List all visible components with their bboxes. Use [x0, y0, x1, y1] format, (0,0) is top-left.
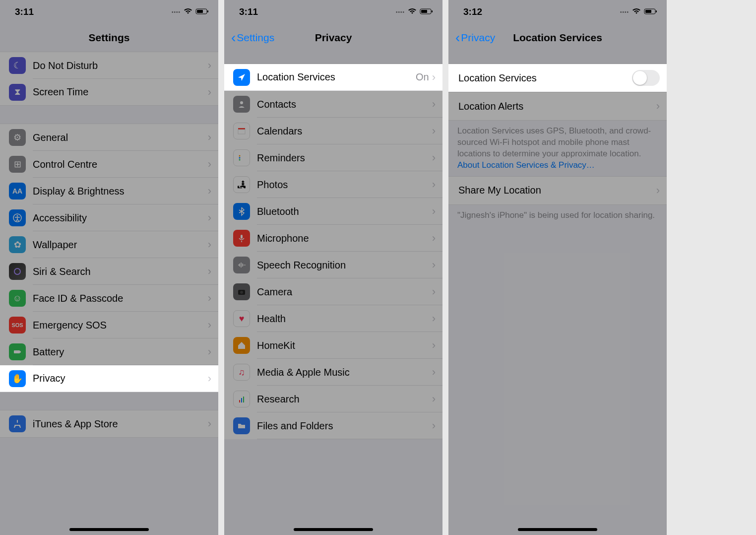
- chevron-right-icon: ›: [208, 238, 211, 251]
- row-bluetooth[interactable]: Bluetooth›: [224, 198, 442, 225]
- row-control-centre[interactable]: ⊞Control Centre›: [0, 151, 218, 178]
- svg-rect-2: [207, 10, 208, 12]
- chevron-left-icon: ‹: [231, 31, 236, 45]
- sos-icon: SOS: [9, 317, 26, 334]
- chevron-right-icon: ›: [432, 312, 436, 325]
- status-bar: 3:11 ••••: [0, 0, 218, 24]
- home-indicator[interactable]: [518, 528, 597, 531]
- chevron-right-icon: ›: [656, 100, 660, 113]
- svg-rect-7: [20, 351, 21, 353]
- about-location-link[interactable]: About Location Services & Privacy…: [457, 160, 595, 170]
- row-microphone[interactable]: Microphone›: [224, 225, 442, 252]
- chevron-left-icon: ‹: [455, 31, 460, 45]
- row-reminders[interactable]: Reminders›: [224, 144, 442, 171]
- location-services-toggle[interactable]: [632, 70, 660, 86]
- svg-rect-1: [197, 10, 203, 13]
- chevron-right-icon: ›: [208, 345, 211, 358]
- row-do-not-disturb[interactable]: ☾ Do Not Disturb ›: [0, 52, 218, 79]
- chevron-right-icon: ›: [432, 259, 436, 271]
- row-itunes-appstore[interactable]: iTunes & App Store›: [0, 410, 218, 437]
- battery-status-icon: [644, 6, 658, 17]
- row-share-my-location[interactable]: Share My Location ›: [448, 177, 667, 204]
- mic-icon: [233, 230, 250, 247]
- gear-icon: ⚙: [9, 129, 26, 146]
- location-description: Location Services uses GPS, Bluetooth, a…: [448, 121, 667, 176]
- chevron-right-icon: ›: [208, 131, 211, 144]
- svg-point-15: [239, 157, 241, 159]
- screen-privacy: 3:11 •••• ‹Settings Privacy Location Ser…: [224, 0, 442, 535]
- cellular-icon: ••••: [620, 9, 629, 15]
- row-face-id[interactable]: ☺Face ID & Passcode›: [0, 285, 218, 312]
- cellular-icon: ••••: [396, 9, 405, 15]
- wifi-icon: [408, 6, 417, 17]
- moon-icon: ☾: [9, 57, 26, 74]
- home-indicator[interactable]: [294, 528, 373, 531]
- page-title: Settings: [0, 32, 218, 44]
- row-screen-time[interactable]: ⧗ Screen Time ›: [0, 79, 218, 106]
- row-battery[interactable]: Battery›: [0, 338, 218, 365]
- switch-icon: ⊞: [9, 156, 26, 173]
- flower-icon: ✿: [9, 236, 26, 253]
- nav-bar: ‹Privacy Location Services: [448, 24, 667, 52]
- chevron-right-icon: ›: [208, 86, 211, 99]
- status-bar: 3:11 ••••: [224, 0, 442, 24]
- row-calendars[interactable]: Calendars›: [224, 118, 442, 144]
- svg-rect-20: [239, 400, 240, 402]
- battery-status-icon: [195, 6, 209, 17]
- chevron-right-icon: ›: [208, 211, 211, 224]
- row-location-services-toggle[interactable]: Location Services: [448, 64, 667, 92]
- row-display-brightness[interactable]: AADisplay & Brightness›: [0, 178, 218, 204]
- row-speech-recognition[interactable]: Speech Recognition›: [224, 252, 442, 278]
- wifi-icon: [184, 6, 192, 17]
- siri-icon: [9, 263, 26, 280]
- row-location-services[interactable]: Location ServicesOn›: [224, 64, 442, 91]
- row-media-music[interactable]: ♫Media & Apple Music›: [224, 359, 442, 386]
- status-bar: 3:12 ••••: [448, 0, 667, 24]
- svg-rect-21: [241, 398, 242, 402]
- share-location-description: "Jignesh's iPhone" is being used for loc…: [448, 205, 667, 226]
- chevron-right-icon: ›: [208, 265, 211, 278]
- wifi-icon: [632, 6, 641, 17]
- row-wallpaper[interactable]: ✿Wallpaper›: [0, 231, 218, 258]
- row-camera[interactable]: Camera›: [224, 278, 442, 305]
- svg-rect-6: [14, 350, 20, 353]
- folder-icon: [233, 417, 250, 434]
- status-time: 3:11: [239, 6, 258, 17]
- row-contacts[interactable]: Contacts›: [224, 91, 442, 118]
- back-button[interactable]: ‹Settings: [231, 31, 274, 45]
- chevron-right-icon: ›: [432, 232, 436, 245]
- nav-bar: ‹Settings Privacy: [224, 24, 442, 52]
- contacts-icon: [233, 96, 250, 113]
- text-size-icon: AA: [9, 183, 26, 200]
- row-files-folders[interactable]: Files and Folders›: [224, 412, 442, 439]
- chevron-right-icon: ›: [432, 205, 436, 218]
- row-photos[interactable]: 🏞Photos›: [224, 171, 442, 198]
- row-emergency-sos[interactable]: SOSEmergency SOS›: [0, 312, 218, 338]
- row-siri-search[interactable]: Siri & Search›: [0, 258, 218, 285]
- svg-point-14: [239, 155, 241, 157]
- svg-rect-17: [241, 235, 243, 239]
- row-homekit[interactable]: HomeKit›: [224, 332, 442, 359]
- back-button[interactable]: ‹Privacy: [455, 31, 495, 45]
- chevron-right-icon: ›: [432, 419, 436, 432]
- row-privacy[interactable]: ✋Privacy›: [0, 365, 218, 392]
- chevron-right-icon: ›: [208, 372, 211, 385]
- chevron-right-icon: ›: [208, 185, 211, 198]
- chevron-right-icon: ›: [432, 98, 436, 111]
- home-indicator[interactable]: [69, 528, 149, 531]
- chevron-right-icon: ›: [432, 178, 436, 191]
- home-icon: [233, 337, 250, 354]
- screen-settings: 3:11 •••• Settings ☾ Do Not Disturb › ⧗ …: [0, 0, 218, 535]
- row-general[interactable]: ⚙General›: [0, 124, 218, 151]
- row-location-alerts[interactable]: Location Alerts ›: [448, 92, 667, 120]
- hourglass-icon: ⧗: [9, 84, 26, 101]
- photos-icon: 🏞: [233, 176, 250, 193]
- row-research[interactable]: Research›: [224, 386, 442, 412]
- row-accessibility[interactable]: Accessibility›: [0, 204, 218, 231]
- row-health[interactable]: ♥Health›: [224, 305, 442, 332]
- svg-rect-13: [238, 130, 245, 134]
- chevron-right-icon: ›: [208, 319, 211, 332]
- status-time: 3:11: [15, 6, 34, 17]
- music-icon: ♫: [233, 364, 250, 381]
- svg-rect-10: [432, 10, 433, 12]
